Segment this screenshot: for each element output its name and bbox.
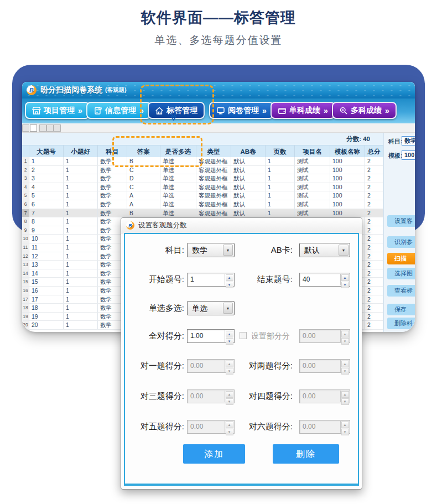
chevron-down-double-icon: ≫: [170, 112, 177, 121]
table-row[interactable]: 551数学A单选客观题外框默认1测试1002: [22, 191, 383, 200]
table-cell: 客观题外框: [196, 166, 231, 174]
chevron-down-icon[interactable]: ▼: [339, 245, 348, 256]
panel-subject-select[interactable]: 数学: [402, 136, 415, 146]
two-correct-label: 对两题得分:: [227, 358, 293, 373]
table-cell: 16: [29, 287, 64, 295]
row-number-cell: 7: [22, 209, 29, 217]
table-row[interactable]: 221数学C单选客观题外框默认1测试1002: [22, 166, 383, 175]
table-row[interactable]: 331数学D单选客观题外框默认1测试1002: [22, 174, 383, 183]
nav-button-6[interactable]: 多科成绩»: [332, 102, 397, 119]
table-cell: 18: [29, 304, 64, 312]
table-cell: 1: [64, 174, 98, 183]
double-arrow-icon: »: [385, 106, 389, 115]
table-cell: 1: [64, 278, 98, 286]
spinner-arrows-icon: ▲▼: [340, 421, 349, 433]
nav-button-label: 信息管理: [105, 106, 136, 116]
panel-button-1[interactable]: 设置客: [387, 215, 415, 227]
table-header-cell[interactable]: 模板名称: [330, 146, 365, 158]
table-cell: 14: [29, 269, 64, 278]
table-cell: 1: [64, 269, 98, 278]
table-cell: 测试: [295, 174, 330, 183]
single-multi-select[interactable]: 单选 ▼: [187, 301, 235, 315]
spinner-arrows-icon[interactable]: ▲▼: [340, 274, 349, 285]
table-cell: 3: [29, 174, 64, 183]
subject-label: 科目:: [125, 243, 184, 257]
table-header-cell[interactable]: AB卷: [231, 146, 266, 158]
toolbar-square-button[interactable]: [39, 124, 46, 132]
table-cell: 1: [29, 157, 64, 165]
single-multi-label: 单选多选:: [125, 301, 184, 315]
nav-button-1[interactable]: 项目管理»: [25, 102, 90, 119]
five-correct-label: 对五题得分:: [125, 419, 184, 434]
table-cell: C: [127, 183, 160, 191]
table-cell: 默认: [231, 166, 266, 174]
table-header-cell[interactable]: 总分: [365, 146, 383, 158]
page-subtitle: 单选、多选每题分值设置: [0, 33, 437, 48]
end-number-input[interactable]: 40 ▲▼: [299, 273, 350, 287]
partial-score-input: 0.00 ▲▼: [299, 329, 350, 343]
table-row[interactable]: 111数学B单选客观题外框默认1测试1002: [22, 157, 383, 166]
row-number-cell: 16: [22, 287, 29, 295]
spinner-arrows-icon[interactable]: ▲▼: [225, 330, 233, 342]
dialog-content: 科目: 数学 ▼ AB卡: 默认 ▼ 开始题号: 1 ▲▼ 结束题号:: [124, 233, 359, 486]
panel-button-5[interactable]: 查看标: [387, 285, 415, 297]
panel-template-input[interactable]: 100: [402, 150, 415, 160]
table-cell: 1: [266, 191, 295, 200]
row-number-cell: 11: [22, 243, 29, 252]
table-cell: 1: [64, 226, 98, 235]
row-number-cell: 4: [22, 183, 29, 191]
panel-button-6[interactable]: 保存: [387, 304, 415, 315]
nav-button-label: 项目管理: [44, 106, 75, 116]
ab-card-select[interactable]: 默认 ▼: [299, 243, 350, 257]
table-cell: 2: [365, 226, 383, 235]
table-header-cell[interactable]: 大题号: [29, 146, 64, 158]
table-header-cell[interactable]: 页数: [266, 146, 295, 158]
ab-card-value: 默认: [304, 243, 320, 257]
table-cell: 数学: [98, 183, 127, 191]
table-cell: 2: [365, 261, 383, 269]
delete-button[interactable]: 删除: [273, 444, 339, 464]
table-cell: 100: [330, 209, 365, 217]
table-cell: A: [127, 191, 160, 200]
end-number-label: 结束题号:: [227, 272, 293, 287]
nav-button-5[interactable]: 单科成绩»: [270, 102, 335, 119]
side-panel: 科目: 数学 模板: 100 设置客识别参扫描选择图查看标保存删除科 扫描仪 选…: [383, 133, 415, 332]
chevron-down-icon[interactable]: ▼: [223, 303, 233, 314]
row-number-cell: 9: [22, 226, 29, 235]
nav-button-label: 阅卷管理: [228, 106, 259, 116]
panel-button-7[interactable]: 删除科: [387, 318, 415, 329]
table-cell: 2: [365, 217, 383, 226]
table-cell: 1: [266, 200, 295, 209]
nav-button-4[interactable]: 阅卷管理»: [209, 102, 274, 119]
toolbar-square-button[interactable]: [46, 124, 54, 132]
panel-button-2[interactable]: 识别参: [387, 236, 415, 248]
table-row[interactable]: 661数学A单选客观题外框默认1测试1002: [22, 200, 383, 209]
table-cell: 1: [266, 174, 295, 183]
panel-button-4[interactable]: 选择图: [387, 268, 415, 279]
window-titlebar: B 盼分扫描阅卷系统 (客观题): [22, 82, 415, 98]
table-cell: 1: [266, 157, 295, 165]
table-cell: 1: [64, 243, 98, 252]
table-cell: 1: [64, 157, 98, 165]
add-button[interactable]: 添加: [183, 444, 245, 464]
row-number-cell: 2: [22, 166, 29, 174]
table-header-cell[interactable]: 小题好: [64, 146, 98, 158]
table-cell: 客观题外框: [196, 200, 231, 209]
table-cell: A: [127, 200, 160, 209]
toolbar-square-button[interactable]: [22, 124, 29, 132]
table-cell: D: [127, 174, 160, 183]
full-score-input[interactable]: 1.00 ▲▼: [187, 329, 235, 343]
panel-button-3[interactable]: 扫描: [387, 253, 415, 264]
table-row[interactable]: 441数学C单选客观题外框默认1测试1002: [22, 183, 383, 192]
table-header-corner: [22, 146, 29, 158]
partial-score-checkbox[interactable]: [240, 332, 247, 339]
score-summary: 分数: 40: [346, 133, 370, 145]
ab-card-label: AB卡:: [227, 243, 293, 257]
row-number-cell: 8: [22, 217, 29, 226]
window-title-suffix: (客观题): [105, 86, 127, 94]
table-header-cell[interactable]: 项目名: [295, 146, 330, 158]
toolbar-square-button-active[interactable]: [30, 124, 37, 132]
table-cell: 数学: [98, 174, 127, 183]
toolbar-square-button[interactable]: [54, 124, 61, 132]
table-row[interactable]: 771数学B单选客观题外框默认1测试1002: [22, 209, 383, 218]
